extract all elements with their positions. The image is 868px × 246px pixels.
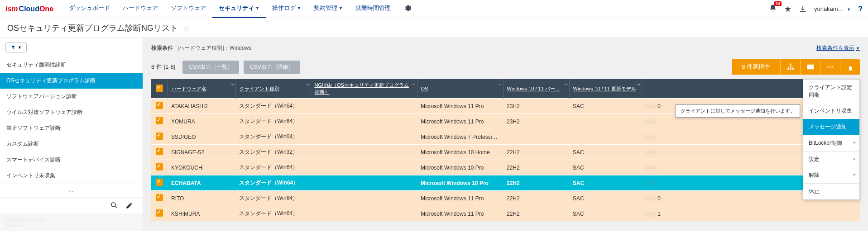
search-icon[interactable] [110, 201, 118, 209]
topnav-item[interactable]: ハードウェア [116, 0, 164, 18]
checkbox-icon [156, 102, 163, 109]
row-checkbox[interactable] [151, 99, 168, 114]
pin-icon[interactable]: ⇥ [636, 82, 640, 87]
favorite-star[interactable]: ★ [784, 4, 791, 14]
cell-ver [503, 129, 569, 145]
header-checkbox[interactable] [151, 79, 168, 99]
dropdown-item[interactable]: 設定▸ [803, 151, 859, 167]
download-icon[interactable] [799, 5, 807, 13]
user-menu[interactable]: yunakam… ▼ [814, 5, 851, 12]
pin-icon[interactable]: ⇥ [412, 82, 415, 87]
pin-icon[interactable]: ⇥ [498, 82, 501, 87]
table-row[interactable]: SIGNAGE-S2 スタンダード（Win32） Microsoft Windo… [151, 145, 860, 160]
cell-ver: 22H2 [503, 145, 569, 160]
pin-icon[interactable]: ⇥ [230, 82, 234, 87]
col-ng-reason[interactable]: NG理由（OSセキュリティ更新プログラム診断）⇥ [311, 79, 417, 99]
info-line: — —— [5, 222, 137, 227]
cell-ver: 22H2 [503, 191, 569, 206]
sidebar-item[interactable]: ウイルス対策ソフトウェア診断 [0, 104, 143, 120]
col-client-type[interactable]: クライアント種別⇥ [235, 79, 311, 99]
row-checkbox[interactable] [151, 129, 168, 145]
cell-ng [311, 114, 417, 129]
selected-count: 8 件選択中 [732, 63, 780, 71]
cell-model: SAC [569, 145, 642, 160]
notifications-button[interactable]: 64 [769, 4, 777, 14]
col-win-model[interactable]: Windows 10 / 11 更新モデル⇥ [569, 79, 642, 99]
sidebar-item[interactable]: OSセキュリティ更新プログラム診断 [0, 73, 143, 89]
topnav-item[interactable]: 契約管理▼ [307, 0, 349, 18]
csv-detail-button[interactable]: CSV出力（詳細） [244, 61, 300, 74]
sidebar-collapse[interactable]: ︿ [0, 184, 143, 197]
sidebar-item[interactable]: セキュリティ脆弱性診断 [0, 57, 143, 73]
cell-ng [311, 129, 417, 145]
cell-hardware: KSHIMURA [168, 206, 235, 222]
topnav-items: ダッシュボードハードウェアソフトウェアセキュリティ▼操作ログ▼契約管理▼就業時間… [62, 0, 397, 18]
edit-icon[interactable] [125, 201, 134, 209]
table-row[interactable]: RITO スタンダード（Win64） Microsoft Windows 11 … [151, 191, 860, 206]
cell-ng [311, 175, 417, 191]
cell-ng [311, 145, 417, 160]
table-row[interactable]: KYOKOUCHI スタンダード（Win64） Microsoft Window… [151, 160, 860, 175]
org-tree-button[interactable] [780, 59, 800, 75]
svg-point-0 [111, 203, 115, 207]
dropdown-item[interactable]: メッセージ通知 [803, 119, 859, 135]
notification-count: 64 [774, 1, 782, 6]
pin-icon[interactable]: ⇥ [564, 82, 567, 87]
row-checkbox[interactable] [151, 175, 168, 191]
cell-os: Microsoft Windows 11 Pro [417, 206, 503, 222]
settings-gear[interactable] [397, 0, 418, 18]
sidebar-item[interactable]: 禁止ソフトウェア診断 [0, 120, 143, 136]
table-wrap: ハードウェア名⇥ クライアント種別⇥ NG理由（OSセキュリティ更新プログラム診… [143, 79, 868, 226]
sidebar-item[interactable]: ソフトウェアバージョン診断 [0, 89, 143, 104]
col-hardware-name[interactable]: ハードウェア名⇥ [168, 79, 235, 99]
csv-list-button[interactable]: CSV出力（一覧） [182, 61, 239, 74]
cell-model [569, 114, 642, 129]
dropdown-item[interactable]: 休止 [803, 183, 859, 199]
help-button[interactable]: ? [858, 5, 863, 13]
table-row[interactable]: KSHIMURA スタンダード（Win64） Microsoft Windows… [151, 206, 860, 222]
topnav-item[interactable]: ダッシュボード [62, 0, 116, 18]
topnav-item[interactable]: 就業時間管理 [349, 0, 397, 18]
topnav-item[interactable]: セキュリティ▼ [212, 0, 266, 18]
row-checkbox[interactable] [151, 160, 168, 175]
topnav-item[interactable]: 操作ログ▼ [266, 0, 307, 18]
table-row[interactable]: SSDIGEO スタンダード（Win64） Microsoft Windows … [151, 129, 860, 145]
checkbox-icon [156, 179, 163, 186]
col-os[interactable]: OS⇥ [417, 79, 503, 99]
pin-icon[interactable]: ⇥ [305, 82, 309, 87]
dropdown-item[interactable]: クライアント設定同期 [803, 80, 859, 103]
cell-client-type: スタンダード（Win64） [235, 114, 311, 129]
dropdown-item[interactable]: BitLocker制御▸ [803, 135, 859, 151]
info-line: ———————— [5, 217, 137, 222]
cell-client-type: スタンダード（Win64） [235, 191, 311, 206]
sidebar-item[interactable]: カスタム診断 [0, 136, 143, 152]
row-checkbox[interactable] [151, 206, 168, 222]
cell-ng [311, 160, 417, 175]
filter-button[interactable]: ▼ [5, 43, 27, 52]
more-button[interactable] [820, 59, 840, 75]
tooltip: クライアントに対してメッセージ通知を行います。 [676, 104, 800, 118]
table-row[interactable]: ECHABATA スタンダード（Win64） Microsoft Windows… [151, 175, 860, 191]
favorite-toggle[interactable]: ☆ [182, 23, 190, 33]
col-win-ver[interactable]: Windows 10 / 11 バー…⇥ [503, 79, 569, 99]
row-checkbox[interactable] [151, 191, 168, 206]
sidebar-tools [0, 197, 143, 213]
chevron-down-icon: ▼ [847, 7, 851, 12]
cell-model: SAC [569, 160, 642, 175]
topnav-item[interactable]: ソフトウェア [164, 0, 212, 18]
mail-button[interactable] [800, 59, 820, 75]
checkbox-icon [156, 132, 163, 140]
sidebar-item[interactable]: スマートデバイス診断 [0, 152, 143, 168]
row-checkbox[interactable] [151, 145, 168, 160]
logo[interactable]: ism Cloud One [5, 5, 53, 13]
sidebar-item[interactable]: インベントリ未収集 [0, 168, 143, 184]
dropdown-item[interactable]: 解除▸ [803, 167, 859, 183]
condition-text: [ハードウェア種別]：Windows [177, 44, 251, 52]
gear-icon [403, 4, 412, 12]
svg-rect-2 [787, 68, 789, 70]
checkbox-icon [156, 194, 163, 201]
row-checkbox[interactable] [151, 114, 168, 129]
dropdown-item[interactable]: インベントリ収集 [803, 103, 859, 119]
show-condition-link[interactable]: 検索条件を表示 ▼ [816, 44, 860, 52]
alert-button[interactable] [840, 59, 860, 75]
